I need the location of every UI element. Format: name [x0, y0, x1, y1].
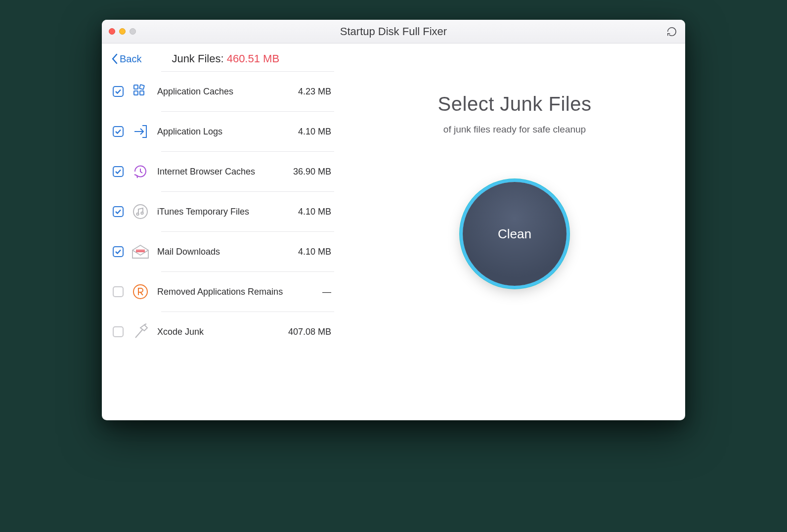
svg-rect-3	[140, 91, 144, 95]
app-window: Startup Disk Full Fixer Back Junk Files:…	[102, 20, 685, 420]
svg-point-7	[141, 212, 143, 214]
zoom-window-button[interactable]	[130, 28, 136, 35]
window-body: Back Junk Files: 460.51 MB Application C…	[102, 44, 685, 420]
category-size: 36.90 MB	[293, 167, 335, 177]
svg-rect-0	[134, 85, 138, 89]
main-panel: Select Junk Files of junk files ready fo…	[344, 44, 685, 420]
clean-button-label: Clean	[498, 226, 531, 242]
category-checkbox[interactable]	[113, 246, 124, 257]
sidebar-header: Back Junk Files: 460.51 MB	[102, 52, 344, 71]
hammer-icon	[131, 323, 149, 341]
category-label: Mail Downloads	[157, 247, 298, 257]
refresh-button[interactable]	[665, 25, 678, 38]
window-controls	[109, 28, 136, 35]
category-row[interactable]: Mail Downloads4.10 MB	[102, 232, 344, 271]
grid-icon	[131, 83, 149, 100]
mail-icon	[131, 243, 149, 261]
junk-files-header: Junk Files: 460.51 MB	[141, 52, 334, 65]
category-checkbox[interactable]	[113, 286, 124, 297]
sidebar: Back Junk Files: 460.51 MB Application C…	[102, 44, 344, 420]
category-label: iTunes Temporary Files	[157, 207, 298, 217]
category-checkbox[interactable]	[113, 86, 124, 97]
clock-icon	[131, 163, 149, 180]
category-checkbox[interactable]	[113, 126, 124, 137]
check-icon	[115, 88, 122, 95]
svg-rect-2	[134, 91, 138, 95]
check-icon	[115, 168, 122, 175]
check-icon	[115, 208, 122, 215]
category-row[interactable]: Xcode Junk407.08 MB	[102, 312, 344, 352]
junk-header-label: Junk Files:	[172, 52, 226, 65]
check-icon	[115, 128, 122, 135]
category-size: 4.10 MB	[298, 247, 335, 257]
category-checkbox[interactable]	[113, 166, 124, 177]
category-label: Removed Applications Remains	[157, 287, 322, 297]
svg-point-6	[136, 213, 138, 215]
refresh-icon	[666, 26, 677, 37]
category-row[interactable]: Application Caches4.23 MB	[102, 72, 344, 111]
back-label: Back	[120, 53, 141, 65]
clean-button[interactable]: Clean	[463, 182, 567, 286]
svg-rect-1	[139, 85, 144, 89]
category-row[interactable]: iTunes Temporary Files4.10 MB	[102, 192, 344, 231]
category-label: Application Caches	[157, 87, 298, 97]
category-size: 407.08 MB	[288, 327, 335, 337]
category-checkbox[interactable]	[113, 326, 124, 337]
music-icon	[131, 203, 149, 221]
close-window-button[interactable]	[109, 28, 115, 35]
minimize-window-button[interactable]	[119, 28, 126, 35]
junk-category-list: Application Caches4.23 MB Application Lo…	[102, 71, 344, 420]
check-icon	[115, 248, 122, 255]
category-label: Xcode Junk	[157, 327, 288, 337]
window-title: Startup Disk Full Fixer	[102, 25, 685, 38]
category-label: Internet Browser Caches	[157, 167, 293, 177]
title-bold: Fixer	[423, 25, 447, 38]
category-row[interactable]: Application Logs4.10 MB	[102, 112, 344, 151]
chevron-left-icon	[112, 53, 119, 64]
category-size: 4.10 MB	[298, 127, 335, 137]
category-size: 4.23 MB	[298, 87, 335, 97]
svg-point-5	[133, 205, 147, 219]
category-label: Application Logs	[157, 127, 298, 137]
r-icon	[131, 283, 149, 301]
category-checkbox[interactable]	[113, 206, 124, 217]
category-size: 4.10 MB	[298, 207, 335, 217]
title-prefix: Startup Disk Full	[340, 25, 423, 38]
main-subtitle: of junk files ready for safe cleanup	[443, 124, 586, 135]
category-row[interactable]: Internet Browser Caches36.90 MB	[102, 152, 344, 191]
category-row[interactable]: Removed Applications Remains—	[102, 272, 344, 311]
main-title: Select Junk Files	[438, 93, 592, 115]
titlebar: Startup Disk Full Fixer	[102, 20, 685, 44]
category-size: —	[322, 287, 335, 297]
back-button[interactable]: Back	[112, 53, 141, 65]
enter-icon	[131, 123, 149, 140]
junk-header-size: 460.51 MB	[227, 52, 279, 65]
